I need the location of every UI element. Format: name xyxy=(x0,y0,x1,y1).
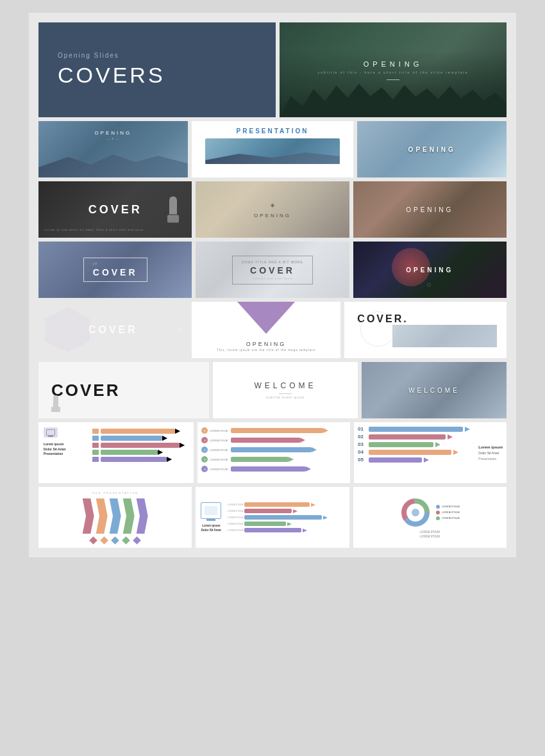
slide-opening-pier[interactable]: OPENING xyxy=(357,121,507,177)
bar-item xyxy=(92,450,189,455)
num-label-1: LOREM IPSUM xyxy=(210,429,229,432)
pier-opening-text: OPENING xyxy=(408,146,456,153)
device-bar-fill-3 xyxy=(244,515,321,520)
num-label-4: LOREM IPSUM xyxy=(210,458,229,461)
opening-line xyxy=(387,79,399,80)
slide-cover-room[interactable]: COVER ⬡ xyxy=(38,302,188,358)
slide-opening-book[interactable]: ✦ OPENING xyxy=(196,181,349,238)
slide-opening-bokeh[interactable]: OPENING ◯ xyxy=(353,242,507,298)
device-bar-fill-4 xyxy=(244,522,286,526)
device-bar-label-1: LOREM IPSUM xyxy=(225,504,243,506)
bar-fill-4 xyxy=(101,450,158,455)
mist-small: SOME TITLE AND A BIT MORE xyxy=(242,260,303,264)
legend-item-1: LOREM IPSUM xyxy=(436,505,460,509)
right-numbered-list: 01 02 03 04 xyxy=(358,426,476,479)
legend-dot-2 xyxy=(436,511,440,514)
legend-dot-1 xyxy=(436,505,440,509)
right-main-sub1: Dolor Sit Amet xyxy=(478,451,503,455)
slide-cover-building[interactable]: COVER. xyxy=(344,302,507,358)
cover-small-text: IT xyxy=(93,262,138,266)
dark-cover-figure xyxy=(167,197,179,223)
welcome-line xyxy=(279,393,292,394)
device-arrow-4 xyxy=(287,522,292,526)
legend-item-3: LOREM IPSUM xyxy=(436,516,460,520)
num-circle-4: ⊙ xyxy=(201,456,208,463)
row-7: Lorem ipsumDolor Sit AmetPresentation xyxy=(38,422,507,483)
building-circle xyxy=(360,311,396,347)
book-icon: ✦ xyxy=(269,201,276,210)
slide-cover-bw[interactable]: COVER xyxy=(38,362,209,418)
legend-dot-3 xyxy=(436,516,440,520)
arrow-3 xyxy=(110,498,121,534)
right-item-4: 04 xyxy=(358,449,476,455)
right-item-1: 01 xyxy=(358,426,476,432)
device-left: Lorem ipsumDolor Sit Amet xyxy=(201,502,221,532)
num-bar-1 xyxy=(231,428,323,433)
right-bar-3 xyxy=(369,442,433,447)
slide-cover-mountains[interactable]: IT COVER xyxy=(38,242,192,298)
num-item-5: ⊙ LOREM IPSUM xyxy=(201,466,346,472)
right-main-title: Lorem ipsum xyxy=(478,445,503,449)
bar-item xyxy=(92,436,189,441)
arrow-4 xyxy=(123,498,135,534)
circle-sub-1: LOREM IPSUM xyxy=(420,530,440,534)
arrow-2 xyxy=(96,498,108,534)
right-arrow-4 xyxy=(453,450,458,455)
slide-welcome-white[interactable]: WELCOME subtitle lorem ipsum xyxy=(213,362,358,418)
slide-circle-chart[interactable]: LOREM IPSUM LOREM IPSUM LOREM IPSUM LORE… xyxy=(353,487,507,548)
device-bar-fill-2 xyxy=(244,509,292,513)
bar-fill-3 xyxy=(101,443,180,448)
slide-welcome-misty[interactable]: WELCOME xyxy=(362,362,507,418)
mist-sub: subtitle and a bit more xyxy=(242,277,303,280)
device-bar-fill-1 xyxy=(244,502,310,507)
slide-opening-forest[interactable]: OPENING subtitle of this - here a short … xyxy=(280,22,507,117)
right-arrow-2 xyxy=(448,434,453,440)
num-circle-1: ⊙ xyxy=(201,427,208,434)
circle-sub-2: LOREM IPSUM xyxy=(420,535,440,538)
num-item-1: ⊙ LOREM IPSUM xyxy=(201,427,346,434)
right-num-4: 04 xyxy=(358,449,367,455)
room-cover-text: COVER xyxy=(88,324,138,336)
slide-opening-autumn[interactable]: OPENING xyxy=(353,181,507,238)
right-bar-4 xyxy=(369,450,451,455)
flowers-opening-text: OPENING xyxy=(246,341,287,347)
right-main-sub2: Presentation xyxy=(478,457,503,461)
row-6: COVER WELCOME subtitle lorem ipsum WELCO… xyxy=(38,362,507,418)
num-arrow-3 xyxy=(312,447,317,452)
right-text-block: Lorem ipsum Dolor Sit Amet Presentation xyxy=(478,426,503,479)
slide-cover-dark[interactable]: COVER Lorem ip sum dolor sit amet, here … xyxy=(38,181,192,238)
device-bar-fill-5 xyxy=(244,528,301,532)
device-arrow-2 xyxy=(293,509,298,513)
row-3: COVER Lorem ip sum dolor sit amet, here … xyxy=(38,181,507,238)
hero-row: Opening Slides COVERS OPENING subtitle o… xyxy=(38,22,507,117)
bar-icon-5 xyxy=(92,457,99,462)
monitor-stand xyxy=(206,519,215,521)
slide-infographic-2[interactable]: ⊙ LOREM IPSUM ⊙ LOREM IPSUM ⊙ LOREM IPSU… xyxy=(197,422,350,483)
svg-point-4 xyxy=(412,509,419,516)
slide-infographic-1[interactable]: Lorem ipsumDolor Sit AmetPresentation xyxy=(38,422,194,483)
num-circle-2: ⊙ xyxy=(201,437,208,443)
monitor-icon xyxy=(201,502,221,519)
device-bar-label-4: LOREM IPSUM xyxy=(225,523,243,525)
mountains-cover-text: COVER xyxy=(93,267,138,277)
diamond-1 xyxy=(89,536,97,545)
diamond-4 xyxy=(122,536,130,545)
slide-presentation[interactable]: PRESENTATION xyxy=(192,121,354,177)
right-num-5: 05 xyxy=(358,457,367,463)
slide-opening-flowers[interactable]: OPENING This, lorem ipsum ste the title … xyxy=(192,302,341,358)
num-circle-3: ⊙ xyxy=(201,447,208,453)
slide-arrows[interactable]: OUR PRESENTATION xyxy=(38,487,192,548)
flower-triangle xyxy=(237,302,295,334)
bar-item xyxy=(92,457,189,462)
slide-cover-mist[interactable]: SOME TITLE AND A BIT MORE COVER subtitle… xyxy=(196,242,349,298)
slide-mountain-opening[interactable]: OPENING — ✈ — xyxy=(38,121,188,177)
slide-covers-hero[interactable]: Opening Slides COVERS xyxy=(38,22,276,117)
slide-infographic-3[interactable]: 01 02 03 04 xyxy=(354,422,507,483)
diamond-2 xyxy=(100,536,108,545)
room-decoration: ⬡ xyxy=(178,327,181,333)
bokeh-sub: ◯ xyxy=(427,283,432,286)
device-arrow-3 xyxy=(323,516,328,520)
monitor-screen xyxy=(205,506,217,515)
welcome-white-text: WELCOME xyxy=(254,381,316,390)
slide-device-infographic[interactable]: Lorem ipsumDolor Sit Amet LOREM IPSUM LO… xyxy=(196,487,349,548)
